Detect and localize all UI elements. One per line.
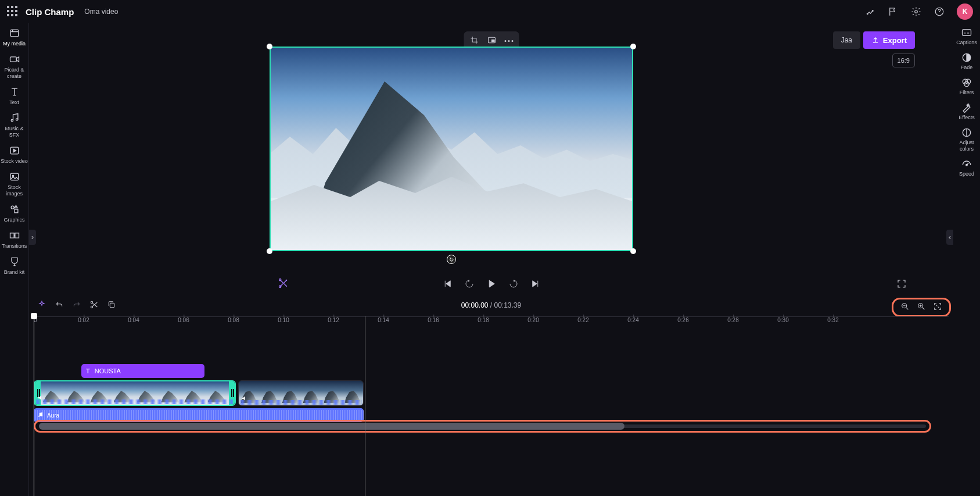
sidebar-item-brand-kit[interactable]: Brand kit bbox=[1, 255, 28, 276]
ruler-tick: 0:14 bbox=[378, 317, 389, 323]
clip-audio-icon[interactable] bbox=[241, 395, 248, 404]
clip-audio-icon[interactable] bbox=[37, 394, 44, 403]
ai-sparkle-icon[interactable] bbox=[37, 300, 46, 311]
timeline-text-clip[interactable]: NOUSTA bbox=[81, 364, 204, 378]
sidebar-item-graphics[interactable]: Graphics bbox=[1, 203, 28, 223]
timeline-toolbar: 00:00.00 / 00:13.39 bbox=[29, 297, 953, 314]
resize-handle-tl[interactable] bbox=[267, 44, 272, 49]
rightbar-item-label: Speed bbox=[959, 171, 974, 177]
duplicate-icon[interactable] bbox=[107, 300, 116, 311]
gear-icon[interactable] bbox=[908, 3, 924, 20]
auto-trim-button[interactable] bbox=[278, 277, 289, 291]
timeline-video-clip-selected[interactable] bbox=[34, 380, 236, 406]
zoom-fit-icon[interactable] bbox=[933, 302, 942, 313]
rightbar-item-effects[interactable]: Effects bbox=[953, 102, 980, 121]
text-clip-icon bbox=[86, 367, 90, 374]
effects-icon bbox=[961, 102, 972, 113]
redo-icon[interactable] bbox=[72, 300, 81, 311]
svg-rect-13 bbox=[10, 233, 14, 238]
brand-kit-icon bbox=[8, 255, 21, 268]
resize-handle-tr[interactable] bbox=[630, 44, 636, 49]
ruler-tick: 0:12 bbox=[328, 317, 339, 323]
rightbar-item-label: Captions bbox=[956, 40, 977, 46]
stock-video-icon bbox=[8, 144, 21, 157]
sidebar-item-text[interactable]: Text bbox=[1, 85, 28, 106]
sidebar-item-transitions[interactable]: Transitions bbox=[1, 229, 28, 249]
fullscreen-icon[interactable] bbox=[896, 279, 907, 291]
sidebar-item-label: Brand kit bbox=[4, 269, 25, 276]
timeline-scrollbar[interactable] bbox=[34, 420, 931, 433]
rightbar-item-adjust[interactable]: Adjust colors bbox=[953, 127, 980, 152]
seek-back-icon[interactable] bbox=[464, 279, 475, 291]
speed-icon bbox=[961, 158, 972, 170]
selected-clip-preview[interactable] bbox=[270, 47, 633, 251]
rightbar-item-filters[interactable]: Filters bbox=[953, 77, 980, 96]
split-icon[interactable] bbox=[89, 300, 99, 311]
sidebar-item-stock-video[interactable]: Stock video bbox=[1, 144, 28, 165]
timeline-video-clip[interactable] bbox=[238, 380, 364, 406]
scrollbar-track[interactable] bbox=[39, 424, 926, 428]
upload-icon bbox=[871, 36, 880, 44]
svg-rect-4 bbox=[10, 30, 18, 37]
undo-icon[interactable] bbox=[55, 300, 64, 311]
avatar[interactable]: K bbox=[957, 3, 973, 20]
adjust-icon bbox=[961, 127, 972, 138]
rightbar-item-speed[interactable]: Speed bbox=[953, 158, 980, 177]
sidebar-item-record[interactable]: Picard & create bbox=[1, 53, 28, 80]
ruler-tick: 0:22 bbox=[577, 317, 588, 323]
project-title[interactable]: Oma video bbox=[84, 8, 118, 16]
top-bar: Clip Champ Oma video K bbox=[0, 0, 980, 23]
resize-handle-bl[interactable] bbox=[267, 248, 272, 254]
play-icon[interactable] bbox=[486, 279, 497, 291]
clip-waveform bbox=[36, 399, 234, 404]
rotate-handle[interactable] bbox=[447, 255, 456, 264]
fade-icon bbox=[961, 52, 972, 63]
svg-rect-23 bbox=[491, 40, 494, 41]
brand-name: Clip Champ bbox=[26, 7, 74, 17]
left-sidebar: My media Picard & create Text Music & SF… bbox=[0, 23, 29, 496]
zoom-out-icon[interactable] bbox=[900, 302, 910, 313]
sidebar-item-music[interactable]: Music & SFX bbox=[1, 112, 28, 138]
svg-point-32 bbox=[41, 415, 42, 416]
crop-icon[interactable] bbox=[469, 35, 479, 47]
svg-rect-9 bbox=[10, 173, 18, 180]
skip-end-icon[interactable] bbox=[530, 279, 541, 291]
text-clip-label: NOUSTA bbox=[95, 367, 121, 374]
audio-clip-icon bbox=[37, 412, 44, 419]
audio-clip-label: Aura bbox=[47, 412, 59, 419]
timeline-ruler[interactable]: 00:020:040:060:080:100:120:140:160:180:2… bbox=[34, 316, 949, 329]
sidebar-item-label: Graphics bbox=[3, 217, 24, 223]
help-icon[interactable] bbox=[931, 3, 947, 20]
share-button[interactable]: Jaa bbox=[833, 31, 860, 49]
rightbar-item-label: Effects bbox=[959, 115, 974, 121]
zoom-in-icon[interactable] bbox=[917, 302, 926, 313]
preview-canvas[interactable] bbox=[270, 47, 633, 251]
ruler-tick: 0:06 bbox=[178, 317, 189, 323]
export-button[interactable]: Export bbox=[863, 31, 915, 49]
app-launcher-icon[interactable] bbox=[7, 6, 19, 17]
ruler-tick: 0:02 bbox=[78, 317, 89, 323]
resize-handle-br[interactable] bbox=[630, 248, 636, 254]
skip-start-icon[interactable] bbox=[442, 279, 453, 291]
aspect-ratio-button[interactable]: 16:9 bbox=[892, 53, 915, 67]
svg-rect-28 bbox=[110, 303, 114, 307]
ruler-tick: 0:18 bbox=[478, 317, 489, 323]
right-sidebar: Captions Fade Filters Effects Adjust col… bbox=[953, 23, 980, 177]
rightbar-item-captions[interactable]: Captions bbox=[953, 27, 980, 46]
more-icon[interactable] bbox=[504, 40, 513, 42]
svg-point-27 bbox=[91, 306, 92, 308]
flag-icon[interactable] bbox=[885, 3, 901, 20]
svg-rect-15 bbox=[963, 30, 971, 35]
timeline-cursor-line bbox=[365, 316, 365, 496]
svg-point-6 bbox=[11, 120, 13, 122]
captions-icon bbox=[961, 27, 972, 38]
sidebar-item-my-media[interactable]: My media bbox=[1, 27, 28, 47]
seek-forward-icon[interactable] bbox=[508, 279, 519, 291]
pip-icon[interactable] bbox=[487, 35, 496, 47]
scrollbar-thumb[interactable] bbox=[39, 423, 624, 430]
rightbar-item-fade[interactable]: Fade bbox=[953, 52, 980, 71]
upgrade-icon[interactable] bbox=[861, 3, 878, 20]
playhead[interactable] bbox=[34, 314, 34, 496]
sidebar-item-label: My media bbox=[3, 41, 26, 47]
sidebar-item-stock-images[interactable]: Stock images bbox=[1, 170, 28, 197]
